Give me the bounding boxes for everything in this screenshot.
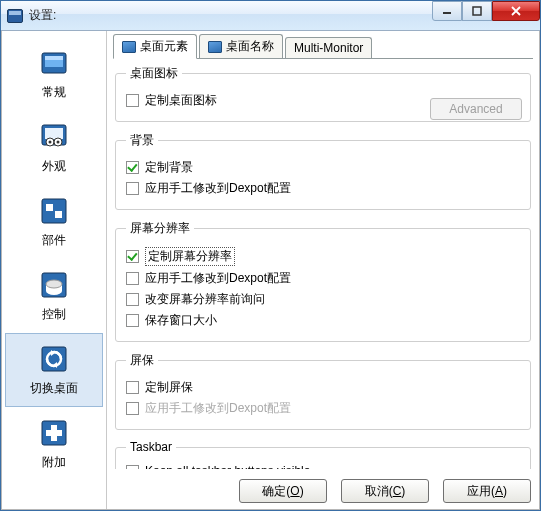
components-icon: [39, 196, 69, 226]
tab-multi-monitor[interactable]: Multi-Monitor: [285, 37, 372, 58]
svg-rect-13: [55, 211, 62, 218]
settings-window: 设置: 常规 外观: [0, 0, 541, 511]
checkbox-keep-taskbar-visible[interactable]: [126, 465, 139, 470]
checkbox-customize-resolution[interactable]: [126, 250, 139, 263]
sidebar-item-general[interactable]: 常规: [5, 37, 103, 111]
svg-rect-12: [46, 204, 53, 211]
sidebar-item-switch-desktop[interactable]: 切换桌面: [5, 333, 103, 407]
tab-label: 桌面名称: [226, 38, 274, 55]
group-resolution: 屏幕分辨率 定制屏幕分辨率 应用手工修改到Dexpot配置 改变屏幕分辨率前询问: [115, 220, 531, 342]
close-icon: [510, 6, 522, 16]
checkbox-res-apply-dexpot[interactable]: [126, 272, 139, 285]
sidebar-item-control[interactable]: 控制: [5, 259, 103, 333]
checkbox-bg-apply-dexpot[interactable]: [126, 182, 139, 195]
checkbox-label: Keep all taskbar buttons visible: [145, 464, 310, 469]
svg-rect-18: [42, 347, 66, 371]
checkbox-customize-desktop-icons[interactable]: [126, 94, 139, 107]
group-desktop-icons: 桌面图标 Advanced 定制桌面图标: [115, 65, 531, 122]
checkbox-label: 应用手工修改到Dexpot配置: [145, 270, 291, 287]
window-title: 设置:: [29, 7, 56, 24]
svg-rect-11: [42, 199, 66, 223]
advanced-button[interactable]: Advanced: [430, 98, 522, 120]
tab-label: Multi-Monitor: [294, 41, 363, 55]
svg-rect-6: [45, 128, 63, 139]
sidebar-item-appearance[interactable]: 外观: [5, 111, 103, 185]
group-background: 背景 定制背景 应用手工修改到Dexpot配置: [115, 132, 531, 210]
group-legend: 屏保: [126, 352, 158, 369]
group-legend: Taskbar: [126, 440, 176, 454]
control-icon: [39, 270, 69, 300]
ok-button[interactable]: 确定(O): [239, 479, 327, 503]
cancel-button[interactable]: 取消(C): [341, 479, 429, 503]
titlebar[interactable]: 设置:: [1, 1, 540, 31]
tab-icon: [122, 41, 136, 53]
addons-icon: [39, 418, 69, 448]
sidebar-item-components[interactable]: 部件: [5, 185, 103, 259]
checkbox-keep-window-size[interactable]: [126, 314, 139, 327]
checkbox-customize-background[interactable]: [126, 161, 139, 174]
sidebar: 常规 外观 部件 控制: [2, 31, 107, 509]
checkbox-customize-screensaver[interactable]: [126, 381, 139, 394]
sidebar-item-label: 附加: [42, 454, 66, 471]
tab-desktop-elements[interactable]: 桌面元素: [113, 34, 197, 59]
checkbox-label: 定制桌面图标: [145, 92, 217, 109]
svg-point-10: [57, 140, 60, 143]
app-icon: [7, 9, 23, 23]
checkbox-label: 改变屏幕分辨率前询问: [145, 291, 265, 308]
window-buttons: [432, 1, 540, 21]
sidebar-item-addons[interactable]: 附加: [5, 407, 103, 481]
maximize-button[interactable]: [462, 1, 492, 21]
checkbox-label: 应用手工修改到Dexpot配置: [145, 400, 291, 417]
switch-desktop-icon: [39, 344, 69, 374]
tab-label: 桌面元素: [140, 38, 188, 55]
sidebar-item-label: 外观: [42, 158, 66, 175]
svg-rect-21: [46, 430, 62, 436]
appearance-icon: [39, 122, 69, 152]
svg-rect-4: [45, 56, 63, 60]
checkbox-label: 定制背景: [145, 159, 193, 176]
tab-desktop-names[interactable]: 桌面名称: [199, 34, 283, 58]
tab-strip: 桌面元素 桌面名称 Multi-Monitor: [113, 37, 533, 59]
sidebar-item-label: 切换桌面: [30, 380, 78, 397]
svg-rect-0: [443, 12, 451, 14]
group-legend: 屏幕分辨率: [126, 220, 194, 237]
sidebar-item-label: 部件: [42, 232, 66, 249]
maximize-icon: [472, 6, 482, 16]
checkbox-label: 定制屏保: [145, 379, 193, 396]
minimize-button[interactable]: [432, 1, 462, 21]
checkbox-ask-before-change[interactable]: [126, 293, 139, 306]
sidebar-item-label: 常规: [42, 84, 66, 101]
checkbox-ss-apply-dexpot: [126, 402, 139, 415]
svg-rect-1: [473, 7, 481, 15]
main-panel: 桌面元素 桌面名称 Multi-Monitor 桌面图标 Advanced 定制…: [107, 31, 539, 509]
dialog-buttons: 确定(O) 取消(C) 应用(A): [239, 479, 531, 503]
close-button[interactable]: [492, 1, 540, 21]
general-icon: [39, 48, 69, 78]
tab-icon: [208, 41, 222, 53]
tab-content: 桌面图标 Advanced 定制桌面图标 背景 定制背景 应用: [113, 65, 533, 469]
minimize-icon: [442, 6, 452, 16]
client-area: 常规 外观 部件 控制: [1, 31, 540, 510]
checkbox-label: 定制屏幕分辨率: [145, 247, 235, 266]
svg-point-8: [49, 140, 52, 143]
sidebar-item-label: 控制: [42, 306, 66, 323]
group-screensaver: 屏保 定制屏保 应用手工修改到Dexpot配置: [115, 352, 531, 430]
apply-button[interactable]: 应用(A): [443, 479, 531, 503]
group-legend: 桌面图标: [126, 65, 182, 82]
checkbox-label: 保存窗口大小: [145, 312, 217, 329]
group-legend: 背景: [126, 132, 158, 149]
svg-point-17: [46, 280, 62, 288]
group-taskbar: Taskbar Keep all taskbar buttons visible: [115, 440, 531, 469]
checkbox-label: 应用手工修改到Dexpot配置: [145, 180, 291, 197]
